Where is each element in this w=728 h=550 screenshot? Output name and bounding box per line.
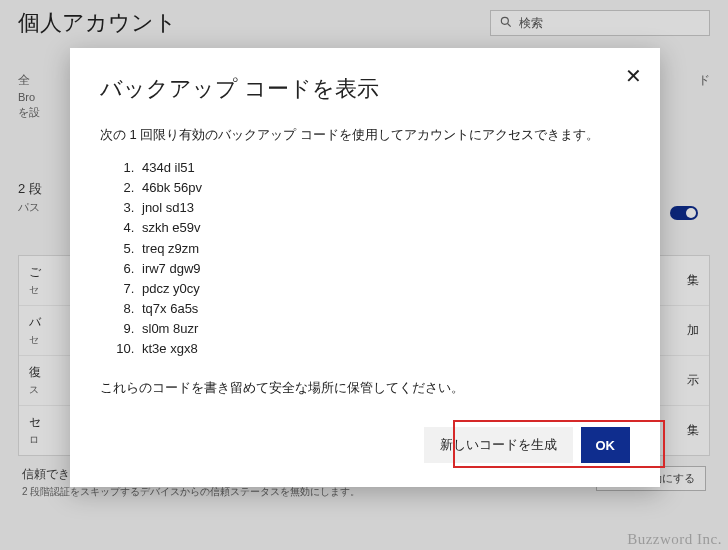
generate-new-codes-button[interactable]: 新しいコードを生成: [424, 427, 573, 463]
watermark: Buzzword Inc.: [627, 531, 722, 548]
backup-code: 434d il51: [138, 158, 630, 178]
backup-code: sl0m 8uzr: [138, 319, 630, 339]
backup-code: jnol sd13: [138, 198, 630, 218]
modal-description: 次の 1 回限り有効のバックアップ コードを使用してアカウントにアクセスできます…: [100, 126, 630, 144]
backup-codes-modal: ✕ バックアップ コードを表示 次の 1 回限り有効のバックアップ コードを使用…: [70, 48, 660, 487]
backup-codes-list: 434d il51 46bk 56pv jnol sd13 szkh e59v …: [138, 158, 630, 359]
backup-code: tq7x 6a5s: [138, 299, 630, 319]
modal-actions: 新しいコードを生成 OK: [100, 427, 630, 463]
backup-code: irw7 dgw9: [138, 259, 630, 279]
ok-button[interactable]: OK: [581, 427, 631, 463]
backup-code: 46bk 56pv: [138, 178, 630, 198]
backup-code: kt3e xgx8: [138, 339, 630, 359]
backup-code: szkh e59v: [138, 218, 630, 238]
modal-title: バックアップ コードを表示: [100, 74, 630, 104]
backup-code: treq z9zm: [138, 239, 630, 259]
modal-note: これらのコードを書き留めて安全な場所に保管してください。: [100, 379, 630, 397]
backup-code: pdcz y0cy: [138, 279, 630, 299]
close-icon[interactable]: ✕: [625, 66, 642, 86]
